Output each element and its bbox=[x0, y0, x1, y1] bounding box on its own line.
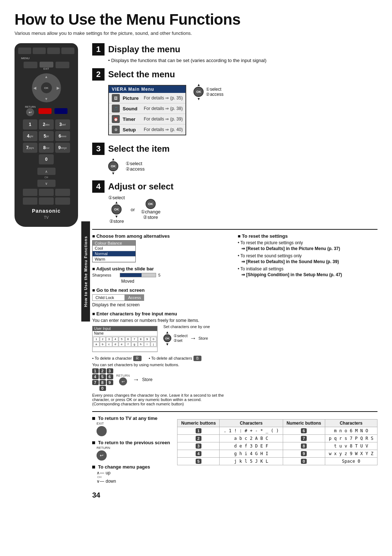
bullet-sq-1 bbox=[92, 417, 95, 420]
key-9[interactable]: 9 bbox=[144, 337, 150, 342]
step-2-num: 2 bbox=[92, 68, 105, 81]
remote-btn-5[interactable] bbox=[24, 62, 37, 68]
key-7[interactable]: 7 bbox=[131, 337, 138, 342]
key-4[interactable]: 4 bbox=[113, 337, 119, 342]
delete-all-btn[interactable]: B bbox=[193, 356, 202, 361]
pic-reset: ⇒ [Reset to Defaults] in the Picture Men… bbox=[241, 246, 377, 251]
key-j[interactable]: j bbox=[151, 342, 157, 347]
user-input-box: User Input Name 1 2 3 4 5 6 7 8 bbox=[92, 326, 158, 352]
return-circle[interactable]: ↩ bbox=[97, 450, 107, 461]
dpad-up[interactable]: ▲ bbox=[45, 75, 48, 79]
bot-btn-5[interactable] bbox=[39, 197, 54, 205]
blue-button[interactable] bbox=[54, 108, 68, 114]
menu-item-setup-desc: For details ⇒ (p. 40) bbox=[144, 127, 183, 132]
num-5[interactable]: 5jkl bbox=[39, 131, 54, 141]
num-0[interactable]: 0 bbox=[39, 154, 54, 164]
delete-all: • To delete all characters B bbox=[149, 356, 202, 361]
mn-1: 1 bbox=[92, 368, 99, 373]
key-i[interactable]: i bbox=[144, 342, 150, 347]
num-badge-4: 4 bbox=[196, 451, 201, 456]
num-3[interactable]: 3def bbox=[55, 119, 70, 130]
menu-item-setup[interactable]: ⚙ Setup For details ⇒ (p. 40) bbox=[109, 124, 185, 135]
ch-up[interactable]: ∧ bbox=[37, 168, 56, 175]
up-down-arrows: ▲ OK ▼ bbox=[193, 83, 204, 101]
slide-bar-row: Sharpness 5 bbox=[92, 273, 232, 277]
step4-right-control: OK ①change ②store bbox=[141, 199, 161, 220]
select-access-labels: ①select ②access bbox=[206, 87, 223, 97]
step-3-layout: ▲ OK ▼ ①select ②access bbox=[108, 157, 377, 175]
num-7[interactable]: 7pqrs bbox=[23, 143, 38, 153]
remote-btn-3[interactable] bbox=[47, 48, 60, 54]
dpad-right[interactable]: ▶ bbox=[57, 86, 60, 90]
step-1-header: 1 Display the menu bbox=[92, 43, 377, 56]
access-button[interactable]: Access bbox=[125, 294, 144, 301]
num-6[interactable]: 6mno bbox=[55, 131, 70, 141]
cb-cool[interactable]: Cool bbox=[93, 246, 135, 251]
key-c[interactable]: c bbox=[106, 342, 112, 347]
key-1[interactable]: 1 bbox=[93, 337, 99, 342]
bot-btn-2[interactable] bbox=[39, 189, 54, 196]
delete-char-btn[interactable]: R bbox=[133, 356, 142, 361]
return-prev-section: To return to the previous screen RETURN … bbox=[92, 440, 170, 461]
key-6[interactable]: 6 bbox=[125, 337, 131, 342]
key-5[interactable]: 5 bbox=[119, 337, 125, 342]
bot-btn-6[interactable] bbox=[55, 197, 70, 205]
numeric-note: You can set characters by using numeric … bbox=[92, 363, 232, 367]
dpad-left[interactable]: ◀ bbox=[33, 86, 36, 90]
bot-btn-3[interactable] bbox=[55, 189, 70, 196]
key-8[interactable]: 8 bbox=[138, 337, 144, 342]
num-2[interactable]: 2abc bbox=[39, 119, 54, 130]
step3-access: ②access bbox=[126, 166, 144, 172]
init-reset: ⇒ [Shipping Condition] in the Setup Menu… bbox=[241, 272, 377, 277]
bot-btn-4[interactable] bbox=[23, 197, 38, 205]
bot-btn-1[interactable] bbox=[23, 189, 38, 196]
step-3: 3 Select the item ▲ OK ▼ ①select ②access bbox=[92, 143, 377, 175]
menu-item-sound[interactable]: 🎵 Sound For details ⇒ (p. 38) bbox=[109, 103, 185, 114]
tv-label: TV bbox=[44, 216, 49, 220]
num-1[interactable]: 1 bbox=[23, 119, 38, 130]
cb-warm[interactable]: Warm bbox=[93, 257, 135, 262]
exit-circle[interactable] bbox=[97, 426, 107, 436]
slide-track[interactable] bbox=[120, 273, 156, 277]
key-g[interactable]: g bbox=[131, 342, 138, 347]
exit-button[interactable] bbox=[40, 62, 53, 68]
menu-item-picture[interactable]: 🖼 Picture For details ⇒ (p. 35) bbox=[109, 93, 185, 103]
remote-btn-4[interactable] bbox=[61, 48, 74, 54]
td-chars-6: m n o 6 M N O bbox=[325, 427, 377, 435]
key-f[interactable]: f bbox=[125, 342, 131, 347]
cb-normal[interactable]: Normal bbox=[93, 251, 135, 257]
child-lock-label: Child Lock bbox=[92, 294, 125, 301]
td-btn-0: 0 bbox=[283, 458, 325, 465]
key-a[interactable]: a bbox=[93, 342, 99, 347]
key-b[interactable]: b bbox=[100, 342, 106, 347]
menu-item-setup-name: Setup bbox=[123, 127, 141, 132]
num-8[interactable]: 8tuv bbox=[39, 143, 54, 153]
return-tv-section: To return to TV at any time EXIT bbox=[92, 416, 170, 436]
enter-chars-section: Enter characters by free input menu You … bbox=[92, 311, 232, 406]
red-button[interactable] bbox=[38, 108, 52, 114]
up-row: ∧— up bbox=[97, 470, 170, 475]
num-9[interactable]: 9wxyz bbox=[55, 143, 70, 153]
key-0[interactable]: 0 bbox=[151, 337, 157, 342]
return-btn-small[interactable]: ↩ bbox=[119, 377, 127, 385]
th-num1: Numeric buttons bbox=[177, 420, 220, 427]
key-2[interactable]: 2 bbox=[100, 337, 106, 342]
dpad[interactable]: ▲ ▼ ◀ ▶ OK bbox=[32, 73, 61, 102]
ok-button[interactable]: OK bbox=[41, 82, 52, 93]
table-row: 5 j k l 5 J K L 0 Space 0 bbox=[177, 458, 377, 465]
ch-down[interactable]: ∨ bbox=[37, 180, 56, 187]
delete-row: • To delete a character R • To delete al… bbox=[92, 356, 232, 361]
key-d[interactable]: d bbox=[113, 342, 119, 347]
key-e[interactable]: e bbox=[119, 342, 125, 347]
remote-btn-1[interactable] bbox=[18, 48, 31, 54]
remote-btn-6[interactable] bbox=[56, 62, 69, 68]
dpad-down[interactable]: ▼ bbox=[45, 97, 48, 101]
return-tv-header: To return to TV at any time bbox=[92, 416, 170, 421]
num-4[interactable]: 4ghi bbox=[23, 131, 38, 141]
remote-btn-2[interactable] bbox=[33, 48, 46, 54]
key-3[interactable]: 3 bbox=[106, 337, 112, 342]
menu-item-timer[interactable]: ⏰ Timer For details ⇒ (p. 39) bbox=[109, 114, 185, 124]
step3-up-arrow: ▲ bbox=[111, 157, 115, 161]
key-h[interactable]: h bbox=[138, 342, 144, 347]
return-button[interactable]: ↩ bbox=[26, 108, 34, 116]
